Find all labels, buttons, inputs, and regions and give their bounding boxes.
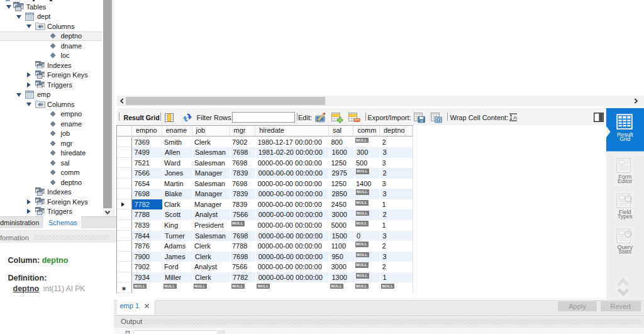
- svg-text:A: A: [513, 114, 517, 121]
